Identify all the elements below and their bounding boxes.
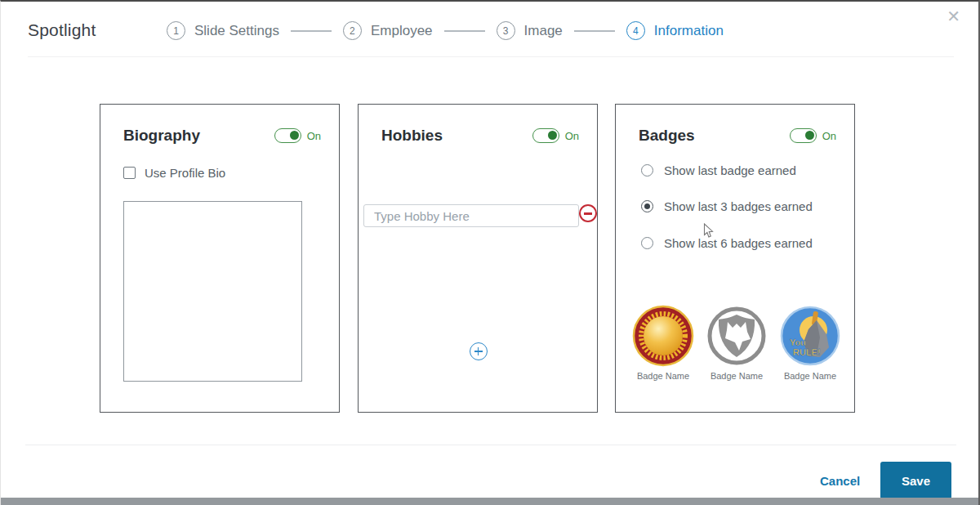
- biography-card-title: Biography: [123, 127, 200, 145]
- use-profile-bio-label: Use Profile Bio: [145, 166, 225, 180]
- step-employee[interactable]: 2 Employee: [343, 21, 433, 40]
- svg-text:You: You: [790, 337, 806, 347]
- save-button[interactable]: Save: [880, 462, 951, 499]
- toggle-knob: [805, 131, 814, 140]
- biography-textarea[interactable]: [123, 201, 302, 382]
- biography-card: Biography On Use Profile Bio: [100, 104, 340, 413]
- badges-toggle-label: On: [822, 130, 836, 142]
- badge-name-label: Badge Name: [784, 371, 836, 381]
- page-title: Spotlight: [28, 20, 96, 40]
- badges-card: Badges On Show last badge earned Show la…: [615, 104, 855, 413]
- badges-toggle[interactable]: [790, 128, 817, 143]
- radio-show-last-3-badges[interactable]: [641, 200, 653, 212]
- step-connector: [444, 30, 485, 32]
- close-icon[interactable]: ✕: [947, 8, 960, 25]
- badge-item: Badge Name: [626, 305, 700, 381]
- use-profile-bio-checkbox[interactable]: [123, 167, 136, 179]
- hobbies-card-title: Hobbies: [381, 127, 443, 145]
- wizard-stepper: 1 Slide Settings 2 Employee 3 Image 4 In…: [167, 21, 724, 40]
- badges-card-title: Badges: [639, 127, 695, 145]
- gold-medal-badge-icon: [632, 305, 694, 367]
- remove-hobby-minus-circle-icon[interactable]: [579, 204, 597, 222]
- step-4-circle: 4: [626, 21, 645, 40]
- mouse-cursor-icon: [703, 223, 714, 239]
- badge-preview-row: Badge Name Badge Name You RULE! Badge Na…: [626, 305, 847, 381]
- cancel-button[interactable]: Cancel: [820, 474, 860, 488]
- radio-show-last-3-badges-label: Show last 3 badges earned: [664, 199, 813, 213]
- you-rule-badge-icon: You RULE!: [779, 305, 841, 367]
- biography-toggle-label: On: [307, 130, 321, 142]
- toggle-knob: [290, 131, 299, 140]
- toggle-knob: [548, 131, 557, 140]
- step-connector: [574, 30, 615, 32]
- svg-text:RULE!: RULE!: [793, 347, 821, 357]
- step-slide-settings[interactable]: 1 Slide Settings: [167, 21, 279, 40]
- step-2-circle: 2: [343, 21, 362, 40]
- hobby-input[interactable]: [363, 204, 579, 227]
- badge-name-label: Badge Name: [637, 371, 689, 381]
- hobbies-card: Hobbies On: [358, 104, 598, 413]
- add-hobby-plus-circle-icon[interactable]: [470, 342, 488, 360]
- wolf-shield-badge-icon: [706, 305, 768, 367]
- step-3-circle: 3: [497, 21, 515, 40]
- step-4-label: Information: [654, 23, 724, 39]
- radio-show-last-6-badges-label: Show last 6 badges earned: [664, 236, 813, 250]
- hobbies-toggle-label: On: [565, 130, 579, 142]
- radio-show-last-6-badges[interactable]: [641, 237, 653, 249]
- hobbies-toggle[interactable]: [532, 128, 559, 143]
- step-1-circle: 1: [167, 21, 185, 40]
- badge-name-label: Badge Name: [710, 371, 763, 381]
- radio-show-last-badge-label: Show last badge earned: [664, 163, 796, 177]
- step-connector: [291, 30, 332, 32]
- badge-item: Badge Name: [700, 305, 773, 381]
- step-2-label: Employee: [371, 23, 433, 39]
- step-image[interactable]: 3 Image: [497, 21, 563, 40]
- step-information[interactable]: 4 Information: [626, 21, 724, 40]
- footer-divider: [25, 445, 956, 445]
- radio-show-last-badge[interactable]: [641, 164, 653, 177]
- step-3-label: Image: [524, 23, 563, 39]
- header-divider: [28, 56, 954, 57]
- step-1-label: Slide Settings: [194, 23, 279, 39]
- bottom-edge-strip: [1, 498, 980, 505]
- biography-toggle[interactable]: [274, 128, 301, 143]
- badge-item: You RULE! Badge Name: [773, 305, 847, 381]
